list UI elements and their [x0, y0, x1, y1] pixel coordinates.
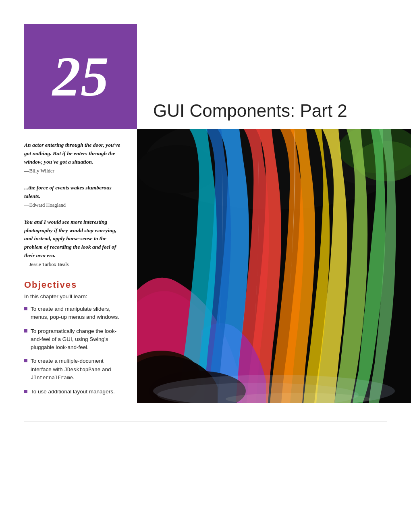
waterfall-svg	[137, 129, 411, 403]
quote-block-2: ...the force of events wakes slumberous …	[24, 184, 121, 208]
objective-text-4: To use additional layout managers.	[31, 388, 115, 396]
bullet-icon	[24, 390, 27, 393]
list-item: To create and manipulate sliders, menus,…	[24, 305, 121, 322]
objectives-heading: Objectives	[24, 280, 121, 290]
left-column: An actor entering through the door, you'…	[0, 129, 137, 414]
code-jinternalframe: JInternalFrame	[31, 375, 73, 381]
chapter-box: 25	[24, 24, 137, 129]
chapter-number: 25	[52, 48, 109, 105]
bullet-icon	[24, 329, 27, 332]
quote-text-3: You and I would see more interesting pho…	[24, 218, 121, 260]
code-jdesktoppane: JDesktopPane	[64, 367, 100, 373]
bottom-divider	[24, 422, 387, 422]
objectives-list: To create and manipulate sliders, menus,…	[24, 305, 121, 396]
bullet-icon	[24, 359, 27, 362]
page: 25 GUI Components: Part 2 An actor enter…	[0, 0, 411, 532]
quote-block-3: You and I would see more interesting pho…	[24, 218, 121, 268]
objectives-intro: In this chapter you'll learn:	[24, 293, 121, 299]
waterfall-image	[137, 129, 411, 403]
chapter-title-area: GUI Components: Part 2	[153, 101, 387, 129]
list-item: To create a multiple-document interface …	[24, 357, 121, 382]
list-item: To use additional layout managers.	[24, 388, 121, 396]
chapter-title: GUI Components: Part 2	[153, 101, 387, 121]
list-item: To programatically change the look-and-f…	[24, 327, 121, 352]
quote-attribution-3: —Jessie Tarbox Beals	[24, 262, 121, 268]
right-column	[137, 129, 411, 414]
quote-block-1: An actor entering through the door, you'…	[24, 141, 121, 174]
objective-text-3: To create a multiple-document interface …	[31, 357, 121, 382]
bullet-icon	[24, 307, 27, 310]
objective-text-2: To programatically change the look-and-f…	[31, 327, 121, 352]
quote-attribution-2: —Edward Hoagland	[24, 202, 121, 208]
top-section: 25 GUI Components: Part 2	[0, 0, 411, 129]
quote-text-1: An actor entering through the door, you'…	[24, 141, 121, 166]
objective-text-1: To create and manipulate sliders, menus,…	[31, 305, 121, 322]
quote-attribution-1: —Billy Wilder	[24, 168, 121, 174]
quote-text-2: ...the force of events wakes slumberous …	[24, 184, 121, 201]
middle-section: An actor entering through the door, you'…	[0, 129, 411, 414]
